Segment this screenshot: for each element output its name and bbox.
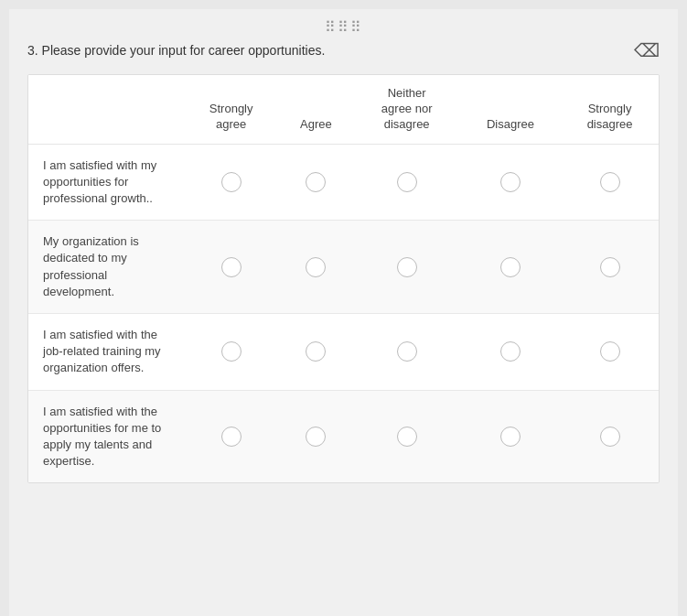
row-label: I am satisfied with the job-related trai… [28, 313, 184, 390]
radio-cell-neither-2 [354, 221, 460, 314]
radio-cell-strongly-agree-4 [184, 390, 278, 482]
question-text: 3. Please provide your input for career … [27, 43, 325, 58]
radio-strongly-agree-4[interactable] [221, 427, 242, 447]
radio-strongly-disagree-3[interactable] [600, 341, 620, 362]
radio-strongly-agree-1[interactable] [221, 172, 242, 192]
col-header-strongly-disagree: Stronglydisagree [561, 75, 659, 144]
radio-strongly-disagree-1[interactable] [600, 172, 620, 192]
radio-cell-strongly-disagree-2 [561, 221, 659, 314]
radio-cell-neither-1 [354, 144, 460, 221]
radio-cell-neither-3 [354, 313, 460, 390]
radio-neither-2[interactable] [397, 257, 417, 277]
radio-cell-strongly-agree-2 [184, 221, 278, 314]
radio-cell-strongly-disagree-3 [561, 313, 659, 390]
radio-neither-4[interactable] [397, 427, 417, 447]
row-label: I am satisfied with my opportunities for… [28, 144, 184, 221]
matrix-table-wrapper: Stronglyagree Agree Neitheragree nordisa… [27, 74, 660, 483]
question-header: 3. Please provide your input for career … [27, 39, 660, 61]
radio-disagree-1[interactable] [500, 172, 521, 192]
radio-agree-3[interactable] [306, 341, 326, 362]
radio-disagree-4[interactable] [500, 427, 521, 447]
drag-handle[interactable]: ⠿⠿⠿ [27, 18, 660, 36]
radio-agree-4[interactable] [306, 427, 326, 447]
radio-cell-strongly-disagree-4 [561, 390, 659, 482]
radio-disagree-3[interactable] [500, 341, 521, 362]
col-header-strongly-agree: Stronglyagree [184, 75, 278, 144]
col-header-neither: Neitheragree nordisagree [354, 75, 460, 144]
table-row: I am satisfied with the job-related trai… [28, 313, 659, 390]
pointer-icon: ⌫ [634, 39, 660, 61]
radio-cell-disagree-2 [460, 221, 561, 314]
rating-matrix-table: Stronglyagree Agree Neitheragree nordisa… [28, 75, 659, 482]
radio-strongly-disagree-2[interactable] [600, 257, 620, 277]
radio-cell-agree-3 [278, 313, 353, 390]
radio-cell-disagree-3 [460, 313, 561, 390]
radio-neither-1[interactable] [397, 172, 417, 192]
column-header-row: Stronglyagree Agree Neitheragree nordisa… [28, 75, 659, 144]
radio-cell-agree-1 [278, 144, 353, 221]
radio-cell-strongly-agree-3 [184, 313, 278, 390]
radio-cell-strongly-agree-1 [184, 144, 278, 221]
radio-strongly-agree-2[interactable] [221, 257, 242, 277]
radio-strongly-disagree-4[interactable] [600, 427, 620, 447]
radio-cell-neither-4 [354, 390, 460, 482]
radio-neither-3[interactable] [397, 341, 417, 362]
row-label: I am satisfied with the opportunities fo… [28, 390, 184, 482]
table-row: My organization is dedicated to my profe… [28, 221, 659, 314]
radio-disagree-2[interactable] [500, 257, 521, 277]
question-label: Please provide your input for career opp… [42, 43, 326, 58]
table-row: I am satisfied with my opportunities for… [28, 144, 659, 221]
radio-cell-strongly-disagree-1 [561, 144, 659, 221]
survey-page: ⠿⠿⠿ 3. Please provide your input for car… [9, 9, 678, 616]
radio-agree-2[interactable] [306, 257, 326, 277]
col-header-disagree: Disagree [460, 75, 561, 144]
table-row: I am satisfied with the opportunities fo… [28, 390, 659, 482]
radio-cell-disagree-4 [460, 390, 561, 482]
question-number: 3. [27, 43, 38, 58]
col-header-agree: Agree [278, 75, 353, 144]
radio-cell-disagree-1 [460, 144, 561, 221]
radio-cell-agree-2 [278, 221, 353, 314]
radio-strongly-agree-3[interactable] [221, 341, 242, 362]
radio-agree-1[interactable] [306, 172, 326, 192]
row-label: My organization is dedicated to my profe… [28, 221, 184, 314]
radio-cell-agree-4 [278, 390, 353, 482]
col-header-label [28, 75, 184, 144]
